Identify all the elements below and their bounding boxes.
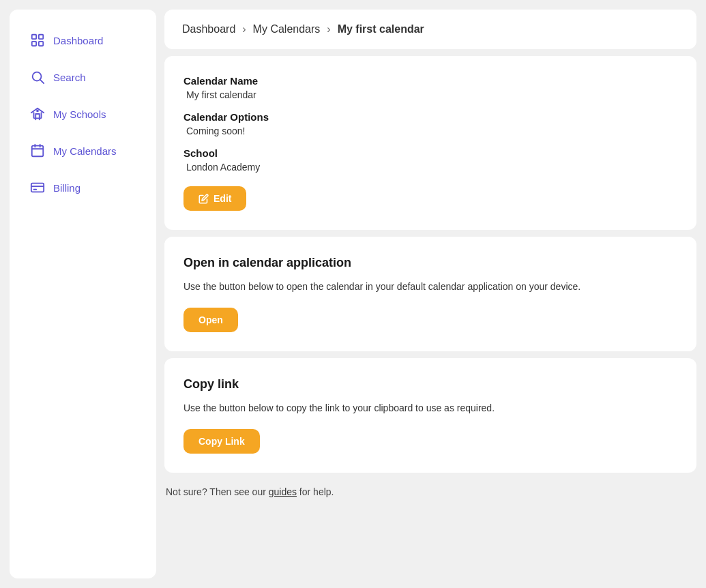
sidebar-item-my-calendars[interactable]: My Calendars: [15, 134, 151, 168]
svg-rect-0: [32, 35, 36, 39]
copy-link-button[interactable]: Copy Link: [183, 429, 260, 454]
breadcrumb-my-calendars[interactable]: My Calendars: [253, 23, 321, 35]
svg-rect-1: [39, 35, 43, 39]
sidebar-label-my-schools: My Schools: [53, 108, 106, 120]
copy-link-heading: Copy link: [183, 377, 677, 392]
open-calendar-description: Use the button below to open the calenda…: [183, 280, 677, 294]
breadcrumb: Dashboard › My Calendars › My first cale…: [164, 10, 696, 49]
calendar-name-label: Calendar Name: [183, 75, 677, 87]
open-calendar-card: Open in calendar application Use the but…: [164, 237, 696, 351]
sidebar-item-dashboard[interactable]: Dashboard: [15, 23, 151, 57]
sidebar-item-my-schools[interactable]: My Schools: [15, 97, 151, 131]
billing-icon: [30, 180, 45, 195]
svg-rect-3: [39, 42, 43, 46]
calendar-detail-card: Calendar Name My first calendar Calendar…: [164, 56, 696, 230]
dashboard-icon: [30, 33, 45, 48]
footer-prefix: Not sure? Then see our: [166, 486, 269, 497]
svg-line-5: [40, 80, 44, 83]
calendars-icon: [30, 143, 45, 158]
svg-point-6: [37, 111, 38, 112]
breadcrumb-sep-2: ›: [327, 23, 330, 35]
breadcrumb-current: My first calendar: [338, 23, 424, 35]
sidebar-item-billing[interactable]: Billing: [15, 171, 151, 205]
calendar-options-label: Calendar Options: [183, 111, 677, 123]
open-button-label: Open: [198, 314, 223, 325]
edit-icon: [198, 194, 209, 204]
svg-rect-7: [32, 146, 44, 157]
sidebar-label-dashboard: Dashboard: [53, 35, 103, 46]
open-button[interactable]: Open: [183, 308, 238, 332]
calendar-name-value: My first calendar: [183, 89, 677, 100]
calendar-options-value: Coming soon!: [183, 126, 677, 136]
sidebar-label-search: Search: [53, 72, 86, 83]
footer-suffix: for help.: [297, 486, 334, 497]
school-label: School: [183, 147, 677, 159]
breadcrumb-dashboard[interactable]: Dashboard: [182, 23, 235, 35]
guides-link[interactable]: guides: [269, 486, 297, 497]
search-icon: [30, 70, 45, 85]
myschools-icon: [30, 106, 45, 121]
sidebar-item-search[interactable]: Search: [15, 60, 151, 94]
footer-note: Not sure? Then see our guides for help.: [164, 480, 696, 500]
sidebar-label-my-calendars: My Calendars: [53, 145, 117, 157]
main-content: Dashboard › My Calendars › My first cale…: [156, 0, 706, 588]
copy-link-card: Copy link Use the button below to copy t…: [164, 358, 696, 473]
school-value: London Academy: [183, 162, 677, 173]
svg-rect-2: [32, 42, 36, 46]
copy-link-button-label: Copy Link: [198, 436, 245, 447]
breadcrumb-sep-1: ›: [242, 23, 246, 35]
edit-button[interactable]: Edit: [183, 186, 246, 211]
sidebar-label-billing: Billing: [53, 182, 80, 194]
edit-button-label: Edit: [214, 193, 231, 204]
sidebar: Dashboard Search My Schools My Calendars: [10, 10, 156, 578]
svg-rect-11: [31, 183, 44, 192]
open-calendar-heading: Open in calendar application: [183, 256, 677, 270]
copy-link-description: Use the button below to copy the link to…: [183, 401, 677, 415]
